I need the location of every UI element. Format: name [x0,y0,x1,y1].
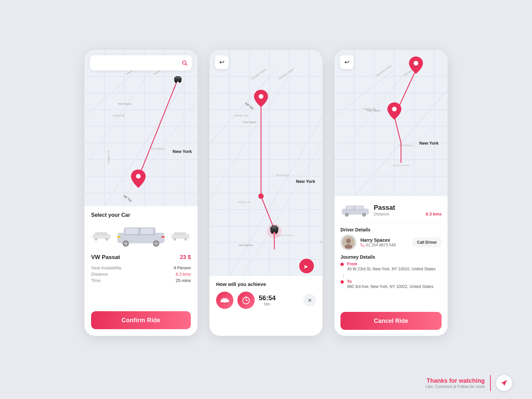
svg-point-136 [363,214,365,216]
to-label: To [347,279,434,284]
car-main [115,223,167,247]
svg-text:5th Avenue: 5th Avenue [319,240,323,243]
confirm-ride-button[interactable]: Confirm Ride [91,311,191,329]
timer-value: 56:54 [259,294,276,302]
svg-rect-40 [125,228,138,234]
svg-point-28 [136,174,141,179]
time-row: Time 25 mins [91,278,191,283]
svg-rect-132 [355,206,363,209]
driver-phone-number: 01 254 9873 549 [366,243,396,247]
svg-rect-131 [346,206,354,209]
svg-line-33 [186,64,187,65]
timer-icon [242,296,250,305]
search-bar: Enter Location [90,55,192,70]
svg-point-97 [222,302,223,304]
map-svg-3: Seaview Street Seaview Street Broadway L… [334,50,448,196]
svg-point-51 [184,238,187,240]
svg-rect-96 [222,298,227,301]
svg-point-126 [392,107,397,111]
svg-point-45 [154,242,158,245]
call-driver-button[interactable]: Call Driver [412,237,442,247]
svg-text:Liberty City: Liberty City [113,114,125,117]
footer-sub: Like, Comment & Follow for more [426,384,485,389]
passat-car-icon [340,201,370,219]
back-button-2[interactable]: ↩ [215,55,229,69]
footer-thanks: Thanks for [427,377,457,384]
svg-rect-52 [209,50,323,276]
svg-text:Liberty City: Liberty City [234,114,248,117]
car-details: Seat Availability 4 Person Distance 6.3 … [91,265,191,283]
driver-section-title: Driver Details [340,227,442,232]
time-label: Time [91,278,100,283]
screens-container: Seaview Street Seaview Street Broadway R… [84,50,448,336]
timer-display: 56:54 Min [259,294,276,307]
ride-info-panel: Passat Distance 6.3 kms Driver Details [334,196,448,336]
svg-point-37 [105,238,108,240]
search-button[interactable] [182,60,188,66]
from-dot [340,263,344,266]
driver-info: Harry Spacex 01 254 9873 549 [360,237,408,247]
journey-to-text: To 980 3rd Ave, New York, NY 10022, Unit… [347,279,434,290]
distance-row: Distance 6.3 kms [91,272,191,277]
driver-section: Driver Details Harry Spacex [340,227,442,250]
seat-val: 4 Person [174,265,191,270]
to-address: 980 3rd Ave, New York, NY 10022, United … [347,284,434,290]
to-dot [340,280,344,284]
nav-arrow-icon [500,379,508,387]
svg-point-43 [124,242,128,245]
achieve-close-button[interactable]: ✕ [303,294,316,307]
passat-row: Passat Distance 6.3 kms [340,201,442,223]
svg-text:New York: New York [173,149,192,154]
svg-point-134 [346,214,348,216]
svg-text:New York: New York [419,141,439,146]
svg-rect-102 [245,297,247,298]
screen1-bottom: Select your Car [84,206,198,336]
svg-rect-47 [162,236,165,238]
footer-watching: watching [459,377,485,384]
svg-point-87 [271,231,274,234]
svg-text:Howard Michu: Howard Michu [393,164,410,167]
journey-section-title: Journey Details [340,254,442,260]
select-car-title: Select your Car [91,212,191,218]
journey-to-indicator [340,279,344,284]
svg-rect-49 [174,232,186,235]
map-svg-2: Seaview Street Seaview Street Broadway L… [209,50,323,276]
svg-point-98 [226,302,228,304]
car-price: 23 $ [180,254,191,261]
svg-text:➤: ➤ [303,263,308,270]
svg-rect-41 [140,228,153,234]
svg-text:Rutgers St: Rutgers St [238,200,251,203]
journey-from-indicator [340,262,344,266]
footer: Thanks for watching Like, Comment & Foll… [426,375,512,391]
timer-unit: Min [264,302,270,307]
car-carousel [91,223,191,247]
search-input[interactable]: Enter Location [94,60,182,66]
car-icon [220,297,229,304]
back-button-3[interactable]: ↩ [340,55,354,69]
footer-divider [490,375,491,391]
driver-avatar [340,234,356,250]
journey-from: From 40 W 23rd St, New York, NY 10010, U… [340,262,442,272]
time-val: 25 mins [176,278,191,283]
car-left-ghost [91,228,112,243]
journey-to: To 980 3rd Ave, New York, NY 10022, Unit… [340,279,442,290]
seat-label: Seat Availability [91,265,121,270]
journey-section: Journey Details From 40 W 23rd St, New Y… [340,254,442,290]
svg-rect-86 [272,225,277,229]
passat-distance-label: Distance [374,212,389,216]
svg-text:Hell Kitchen: Hell Kitchen [239,244,253,247]
screen2-map: Seaview Street Seaview Street Broadway L… [209,50,323,276]
screen1-card: Seaview Street Seaview Street Broadway R… [84,50,198,336]
achieve-row: 56:54 Min ✕ [216,292,316,309]
car-right-ghost [170,228,191,243]
distance-val: 6.3 kms [176,272,191,277]
car-name: VW Passat [91,254,120,261]
from-label: From [347,262,436,266]
driver-name: Harry Spacex [360,237,408,243]
footer-nav-icon [496,375,512,391]
passat-text-block: Passat Distance 6.3 kms [374,204,442,216]
svg-rect-24 [176,76,180,79]
map-svg-1: Seaview Street Seaview Street Broadway R… [84,50,198,206]
cancel-ride-button[interactable]: Cancel Ride [340,312,442,330]
screen1-map: Seaview Street Seaview Street Broadway R… [84,50,198,206]
